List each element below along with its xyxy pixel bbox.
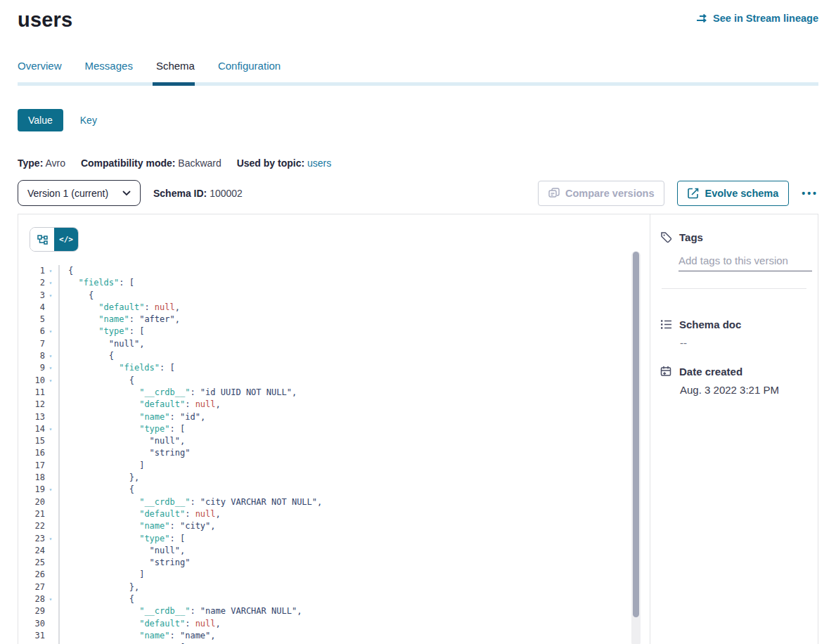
line-number: 31 <box>18 630 45 642</box>
code-text: "name": "city", <box>60 520 216 532</box>
evolve-schema-button[interactable]: Evolve schema <box>677 181 789 206</box>
code-line: 31 "name": "name", <box>18 630 650 642</box>
tab-configuration[interactable]: Configuration <box>218 60 281 82</box>
line-number: 4 <box>18 302 45 314</box>
tree-view-icon <box>37 235 48 245</box>
line-number: 24 <box>18 545 45 557</box>
compare-versions-button[interactable]: Compare versions <box>538 181 665 206</box>
code-lines: 1▾{2▾ "fields": [3▾ {4 "default": null,5… <box>18 265 650 644</box>
code-line: 3▾ { <box>18 290 650 302</box>
code-line: 7 "null", <box>18 338 650 350</box>
see-in-stream-lineage-link[interactable]: See in Stream lineage <box>696 13 818 24</box>
fold-spacer <box>45 460 56 472</box>
code-line: 23▾ "type": [ <box>18 533 650 545</box>
line-number: 15 <box>18 435 45 447</box>
code-text: "name": "after", <box>60 314 180 326</box>
view-mode-toggle: </> <box>30 227 79 252</box>
code-line: 6▾ "type": [ <box>18 326 650 337</box>
date-created-title: Date created <box>679 366 742 378</box>
code-line: 17 ] <box>18 460 650 472</box>
schema-doc-title: Schema doc <box>679 318 741 330</box>
fold-toggle-icon[interactable]: ▾ <box>45 533 56 545</box>
fold-spacer <box>45 496 56 508</box>
tags-section-header: Tags <box>660 231 806 243</box>
fold-spacer <box>45 520 56 532</box>
code-text: "default": null, <box>60 399 221 411</box>
fold-toggle-icon[interactable]: ▾ <box>45 326 56 337</box>
tab-messages[interactable]: Messages <box>85 60 133 82</box>
fold-spacer <box>45 569 56 581</box>
fold-toggle-icon[interactable]: ▾ <box>45 290 56 302</box>
code-line: 13 "name": "id", <box>18 411 650 423</box>
add-tags-input[interactable] <box>679 253 812 271</box>
line-number: 27 <box>18 581 45 593</box>
line-number: 14 <box>18 423 45 435</box>
tab-bar: Overview Messages Schema Configuration <box>18 60 818 82</box>
line-number: 28 <box>18 593 45 605</box>
fold-toggle-icon[interactable]: ▾ <box>45 362 56 374</box>
page-title: users <box>18 8 72 32</box>
line-number: 10 <box>18 375 45 387</box>
fold-toggle-icon[interactable]: ▾ <box>45 350 56 362</box>
fold-spacer <box>45 387 56 399</box>
editor-scrollbar-track[interactable] <box>631 251 641 644</box>
line-number: 6 <box>18 326 45 337</box>
code-text: "null", <box>60 338 144 350</box>
more-options-button[interactable]: ••• <box>802 188 818 199</box>
code-line: 14▾ "type": [ <box>18 423 650 435</box>
schema-doc-section-header: Schema doc <box>660 318 806 330</box>
code-text: "fields": [ <box>60 277 134 289</box>
code-text: { <box>60 290 94 302</box>
key-toggle-button[interactable]: Key <box>80 115 97 126</box>
line-number: 30 <box>18 618 45 630</box>
line-number: 20 <box>18 496 45 508</box>
tab-overview[interactable]: Overview <box>18 60 62 82</box>
value-key-toggle: Value Key <box>18 109 818 131</box>
editor-scrollbar-thumb[interactable] <box>633 252 639 617</box>
active-tab-underline <box>153 82 195 86</box>
code-line: 16 "string" <box>18 447 650 459</box>
line-number: 2 <box>18 277 45 289</box>
stream-lineage-icon <box>696 13 708 23</box>
code-text: "type": [ <box>60 533 185 545</box>
code-text: "string" <box>60 447 190 459</box>
tree-view-button[interactable] <box>30 228 54 251</box>
fold-toggle-icon[interactable]: ▾ <box>45 423 56 435</box>
schema-code-panel: </> 1▾{2▾ "fields": [3▾ {4 "default": nu… <box>18 214 650 644</box>
schema-page: users See in Stream lineage Overview Mes… <box>0 8 836 644</box>
line-number: 29 <box>18 605 45 617</box>
line-number: 13 <box>18 411 45 423</box>
fold-toggle-icon[interactable]: ▾ <box>45 593 56 605</box>
code-text: { <box>60 484 134 496</box>
line-number: 8 <box>18 350 45 362</box>
schema-card: </> 1▾{2▾ "fields": [3▾ {4 "default": nu… <box>18 214 818 644</box>
fold-toggle-icon[interactable]: ▾ <box>45 484 56 496</box>
fold-toggle-icon[interactable]: ▾ <box>45 375 56 387</box>
line-number: 5 <box>18 314 45 326</box>
line-number: 25 <box>18 557 45 569</box>
code-text: "__crdb__": "city VARCHAR NOT NULL", <box>60 496 322 508</box>
fold-toggle-icon[interactable]: ▾ <box>45 265 56 277</box>
code-view-icon: </> <box>59 235 73 244</box>
code-line: 15 "null", <box>18 435 650 447</box>
code-line: 9▾ "fields": [ <box>18 362 650 374</box>
code-line: 10▾ { <box>18 375 650 387</box>
fold-spacer <box>45 399 56 411</box>
value-toggle-button[interactable]: Value <box>18 109 63 131</box>
fold-toggle-icon[interactable]: ▾ <box>45 277 56 289</box>
line-number: 1 <box>18 265 45 277</box>
code-text: ] <box>60 569 144 581</box>
code-line: 20 "__crdb__": "city VARCHAR NOT NULL", <box>18 496 650 508</box>
code-view-button[interactable]: </> <box>54 228 78 251</box>
tab-schema[interactable]: Schema <box>156 60 195 82</box>
type-label: Type: <box>18 157 43 169</box>
code-text: "type": [ <box>60 423 185 435</box>
topic-link[interactable]: users <box>307 157 331 169</box>
line-number: 19 <box>18 484 45 496</box>
schema-code-editor[interactable]: 1▾{2▾ "fields": [3▾ {4 "default": null,5… <box>18 265 650 644</box>
code-text: "string" <box>60 557 190 569</box>
fold-spacer <box>45 338 56 350</box>
line-number: 16 <box>18 447 45 459</box>
version-select[interactable]: Version 1 (current) <box>18 180 141 206</box>
code-text: "fields": [ <box>60 362 175 374</box>
